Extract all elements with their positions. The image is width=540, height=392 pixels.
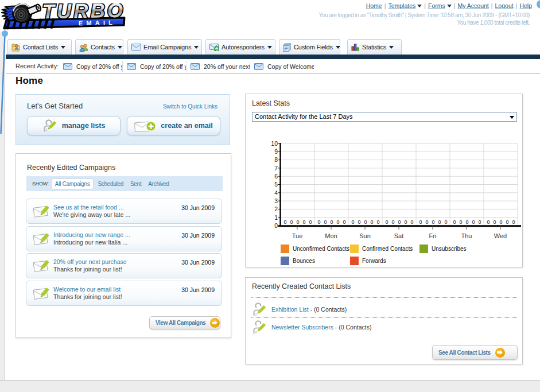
svg-text:Thu: Thu xyxy=(461,232,472,239)
svg-text:0: 0 xyxy=(438,219,441,225)
svg-text:0: 0 xyxy=(351,219,354,225)
svg-text:Mon: Mon xyxy=(325,232,337,239)
svg-text:TURBO: TURBO xyxy=(42,3,125,22)
svg-text:0: 0 xyxy=(364,219,367,225)
svg-text:Sat: Sat xyxy=(394,232,404,239)
svg-text:0: 0 xyxy=(487,219,490,225)
svg-text:Wed: Wed xyxy=(494,232,507,239)
svg-text:0: 0 xyxy=(419,219,422,225)
svg-text:0: 0 xyxy=(290,219,293,225)
svg-text:9: 9 xyxy=(274,148,278,155)
svg-text:0: 0 xyxy=(330,219,333,225)
svg-text:0: 0 xyxy=(274,222,278,229)
svg-text:0: 0 xyxy=(391,219,394,225)
svg-text:0: 0 xyxy=(444,219,447,225)
svg-text:0: 0 xyxy=(404,219,407,225)
svg-text:0: 0 xyxy=(283,219,286,225)
svg-text:0: 0 xyxy=(410,219,413,225)
svg-text:Fri: Fri xyxy=(429,232,437,239)
svg-text:8: 8 xyxy=(274,156,278,163)
svg-text:6: 6 xyxy=(274,173,278,180)
svg-text:1: 1 xyxy=(274,214,278,221)
svg-text:0: 0 xyxy=(506,219,508,225)
svg-text:0: 0 xyxy=(336,219,339,225)
svg-text:0: 0 xyxy=(453,219,456,225)
svg-text:0: 0 xyxy=(499,219,502,225)
svg-text:0: 0 xyxy=(370,219,373,225)
svg-text:0: 0 xyxy=(296,219,299,225)
svg-text:0: 0 xyxy=(478,219,481,225)
svg-text:0: 0 xyxy=(385,219,388,225)
svg-text:0: 0 xyxy=(472,219,475,225)
svg-text:0: 0 xyxy=(324,219,327,225)
svg-text:0: 0 xyxy=(398,219,401,225)
svg-text:Tue: Tue xyxy=(292,232,303,239)
svg-text:0: 0 xyxy=(343,219,345,225)
svg-text:3: 3 xyxy=(274,197,278,204)
svg-text:0: 0 xyxy=(309,219,312,225)
svg-text:Sun: Sun xyxy=(359,232,371,239)
svg-text:0: 0 xyxy=(465,219,468,225)
svg-text:0: 0 xyxy=(376,219,379,225)
svg-text:2: 2 xyxy=(274,205,278,212)
svg-text:0: 0 xyxy=(317,219,320,225)
svg-text:0: 0 xyxy=(459,219,462,225)
svg-text:0: 0 xyxy=(512,219,515,225)
svg-text:7: 7 xyxy=(274,165,278,172)
svg-text:0: 0 xyxy=(493,219,496,225)
svg-text:0: 0 xyxy=(432,219,434,225)
svg-text:5: 5 xyxy=(274,181,278,188)
svg-text:4: 4 xyxy=(274,189,278,196)
svg-text:0: 0 xyxy=(425,219,428,225)
svg-text:0: 0 xyxy=(358,219,360,225)
svg-text:10: 10 xyxy=(271,140,278,147)
svg-text:0: 0 xyxy=(302,219,305,225)
